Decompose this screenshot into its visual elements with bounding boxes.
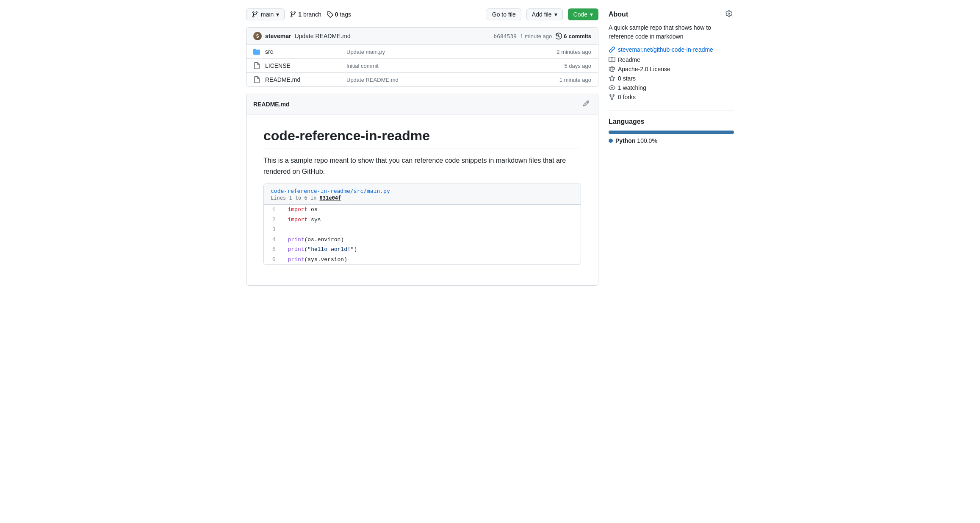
commit-message: Update README.md bbox=[295, 33, 351, 39]
file-name-link[interactable]: src bbox=[265, 48, 341, 55]
git-branch-icon bbox=[252, 11, 258, 18]
tags-meta: 0 tags bbox=[327, 11, 351, 18]
edit-about-button[interactable] bbox=[724, 8, 734, 20]
commit-author: stevemar bbox=[265, 33, 291, 39]
code-line: 3 bbox=[264, 225, 581, 235]
book-icon bbox=[609, 56, 615, 63]
lang-items-container: Python 100.0% bbox=[609, 137, 734, 144]
about-section: About A quick sample repo that shows how… bbox=[609, 8, 734, 100]
file-table: S stevemar Update README.md b684539 1 mi… bbox=[246, 27, 598, 87]
toolbar: main ▾ 1 branch bbox=[246, 8, 598, 20]
code-button[interactable]: Code ▾ bbox=[568, 8, 598, 20]
line-content: print(os.environ) bbox=[281, 235, 581, 245]
line-number: 6 bbox=[264, 255, 281, 265]
branches-link[interactable]: 1 branch bbox=[298, 11, 321, 18]
line-number: 4 bbox=[264, 235, 281, 245]
about-title: About bbox=[609, 11, 628, 18]
about-item: 0 forks bbox=[609, 94, 734, 100]
branch-count-icon bbox=[290, 11, 296, 18]
goto-file-button[interactable]: Go to file bbox=[487, 8, 521, 20]
history-icon bbox=[555, 33, 562, 39]
file-name-link[interactable]: LICENSE bbox=[265, 62, 341, 69]
about-item: Apache-2.0 License bbox=[609, 66, 734, 72]
code-ref-header: code-reference-in-readme/src/main.py Lin… bbox=[264, 184, 581, 205]
readme-header: README.md bbox=[246, 94, 598, 114]
scale-icon bbox=[609, 66, 615, 72]
toolbar-left: main ▾ 1 branch bbox=[246, 8, 482, 20]
commits-link[interactable]: 6 commits bbox=[555, 33, 591, 39]
code-ref-file-link[interactable]: code-reference-in-readme/src/main.py bbox=[271, 188, 390, 194]
code-line: 6print(sys.version) bbox=[264, 255, 581, 265]
avatar: S bbox=[253, 32, 262, 40]
about-items-container: Readme Apache-2.0 License 0 stars 1 watc… bbox=[609, 56, 734, 100]
language-bar bbox=[609, 131, 734, 134]
line-content: print("hello world!") bbox=[281, 245, 581, 255]
eye-icon bbox=[609, 84, 615, 91]
gear-icon bbox=[725, 10, 732, 17]
about-item-label: 0 forks bbox=[618, 94, 636, 100]
commit-time: 1 minute ago bbox=[520, 33, 552, 39]
about-item-label: Apache-2.0 License bbox=[618, 66, 670, 72]
commit-bar: S stevemar Update README.md b684539 1 mi… bbox=[246, 28, 598, 45]
line-number: 1 bbox=[264, 205, 281, 215]
readme-body: code-reference-in-readme This is a sampl… bbox=[246, 114, 598, 285]
about-website-link[interactable]: stevemar.net/github-code-in-readme bbox=[609, 46, 734, 53]
code-line: 1import os bbox=[264, 205, 581, 215]
about-header: About bbox=[609, 8, 734, 20]
fork-icon bbox=[609, 94, 615, 100]
about-divider bbox=[609, 111, 734, 111]
language-item: Python 100.0% bbox=[609, 137, 734, 144]
branch-dropdown-icon: ▾ bbox=[276, 11, 279, 18]
tags-link[interactable]: 0 tags bbox=[335, 11, 351, 18]
line-content: import sys bbox=[281, 215, 581, 225]
code-table: 1import os2import sys3 4print(os.environ… bbox=[264, 205, 581, 264]
line-content bbox=[281, 225, 581, 235]
branch-label: main bbox=[261, 11, 274, 18]
folder-icon bbox=[253, 48, 260, 55]
line-number: 3 bbox=[264, 225, 281, 235]
about-item-label: 1 watching bbox=[618, 84, 646, 91]
language-dot bbox=[609, 139, 613, 143]
tag-icon bbox=[327, 11, 333, 18]
line-content: print(sys.version) bbox=[281, 255, 581, 265]
file-rows-container: src Update main.py 2 minutes ago LICENSE… bbox=[246, 45, 598, 86]
readme-box: README.md code-reference-in-readme This … bbox=[246, 94, 598, 286]
file-icon bbox=[253, 76, 260, 83]
table-row: src Update main.py 2 minutes ago bbox=[246, 45, 598, 59]
file-commit-message: Initial commit bbox=[346, 63, 544, 69]
main-content: main ▾ 1 branch bbox=[246, 8, 598, 286]
line-content: import os bbox=[281, 205, 581, 215]
file-icon bbox=[253, 62, 260, 69]
star-icon bbox=[609, 75, 615, 82]
code-reference-box: code-reference-in-readme/src/main.py Lin… bbox=[263, 184, 581, 265]
edit-readme-button[interactable] bbox=[581, 98, 591, 110]
languages-title: Languages bbox=[609, 118, 734, 125]
code-line: 2import sys bbox=[264, 215, 581, 225]
add-file-button[interactable]: Add file ▾ bbox=[526, 8, 563, 20]
link-icon bbox=[609, 46, 615, 53]
line-number: 5 bbox=[264, 245, 281, 255]
about-item: 0 stars bbox=[609, 75, 734, 82]
commit-right: b684539 1 minute ago 6 commits bbox=[493, 33, 591, 39]
file-name-link[interactable]: README.md bbox=[265, 76, 341, 83]
about-item: 1 watching bbox=[609, 84, 734, 91]
language-name: Python 100.0% bbox=[615, 137, 657, 144]
code-line: 4print(os.environ) bbox=[264, 235, 581, 245]
about-description: A quick sample repo that shows how to re… bbox=[609, 23, 734, 41]
branch-dropdown-button[interactable]: main ▾ bbox=[246, 8, 285, 20]
pencil-icon bbox=[583, 100, 590, 107]
readme-description: This is a sample repo meant to show that… bbox=[263, 155, 581, 177]
code-ref-lines: Lines 1 to 6 in 031e04f bbox=[271, 195, 341, 201]
table-row: LICENSE Initial commit 5 days ago bbox=[246, 59, 598, 73]
readme-heading: code-reference-in-readme bbox=[263, 128, 581, 148]
table-row: README.md Update README.md 1 minute ago bbox=[246, 73, 598, 86]
about-item-label: Readme bbox=[618, 56, 640, 63]
about-item: Readme bbox=[609, 56, 734, 63]
branches-meta: 1 branch bbox=[290, 11, 321, 18]
code-ref-hash-link[interactable]: 031e04f bbox=[320, 195, 341, 201]
languages-section: Languages Python 100.0% bbox=[609, 118, 734, 144]
code-line: 5print("hello world!") bbox=[264, 245, 581, 255]
line-number: 2 bbox=[264, 215, 281, 225]
file-time: 2 minutes ago bbox=[549, 49, 591, 55]
commit-hash: b684539 bbox=[493, 33, 517, 39]
